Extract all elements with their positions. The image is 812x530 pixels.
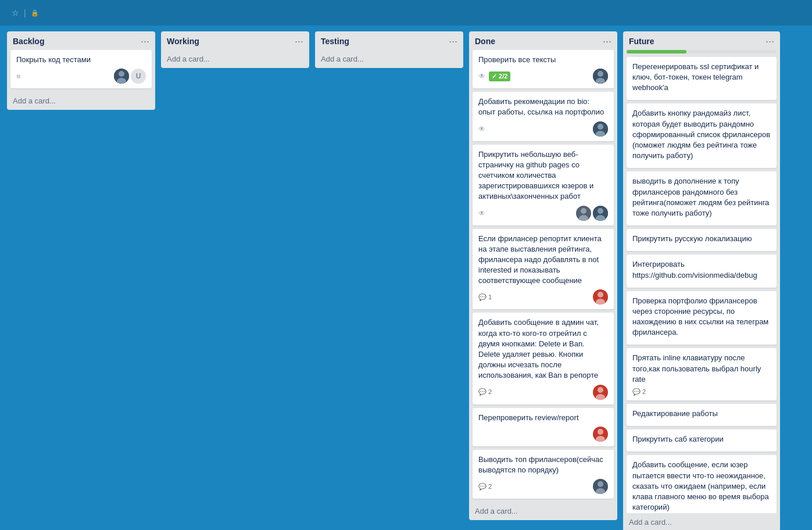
avatar[interactable] [593,479,608,494]
column-backlog: Backlog···Покрыть код тестами≡ UAdd a ca… [7,31,155,110]
column-header-working: Working··· [161,31,309,50]
privacy-indicator: 🔒 [31,9,41,17]
card-members [593,385,608,400]
card-f6[interactable]: Проверка портфолио фрилансеров через сто… [627,291,777,345]
card-d5[interactable]: Добавить сообщение в админ чат, когда кт… [473,313,614,404]
card-text: Редактирование работы [632,409,771,419]
card-text: Если фрилансер репортит клиента на этапе… [478,234,608,287]
card-f3[interactable]: выводить в дополнение к топу фрилансеров… [627,171,777,225]
card-badges: 👁 [478,125,485,133]
comment-badge: 💬 2 [478,483,492,490]
column-future: Future···Перегенерировать ssl сертификат… [623,31,780,530]
card-members [593,289,608,305]
column-menu-done[interactable]: ··· [603,36,611,46]
card-d2[interactable]: Добавить рекомендации по bio: опыт работ… [473,92,614,141]
card-text: Добавить кнопку рандомайз лист, которая … [632,108,771,161]
board: Backlog···Покрыть код тестами≡ UAdd a ca… [0,26,812,530]
card-f5[interactable]: Интегрировать https://github.com/visionm… [627,255,777,287]
column-cards-future: Перегенерировать ssl сертификат и ключ, … [623,57,780,513]
card-members [593,479,608,494]
add-card-button-working[interactable]: Add a card... [161,50,309,68]
card-f4[interactable]: Прикрутить русскую локализацию [627,229,777,251]
card-text: Проверить все тексты [478,55,608,65]
checklist-badge: ✓ 2/2 [489,71,510,81]
svg-point-7 [598,124,603,130]
card-text: Проверка портфолио фрилансеров через сто… [632,296,771,338]
card-badges: 💬 2 [478,483,492,490]
svg-point-10 [581,208,586,214]
card-d6[interactable]: Перепроверить review/report [473,408,614,446]
card-f8[interactable]: Редактирование работы [627,404,777,426]
add-card-button-future[interactable]: Add a card... [623,513,780,530]
card-text: Перегенерировать ssl сертификат и ключ, … [632,62,771,94]
card-b1[interactable]: Покрыть код тестами≡ U [10,50,152,88]
add-card-button-testing[interactable]: Add a card... [315,50,463,68]
card-members [593,69,608,84]
lock-icon: 🔒 [31,9,39,17]
card-footer: 💬 2 [478,479,608,494]
avatar[interactable] [593,206,608,221]
avatar[interactable]: U [131,69,146,84]
column-header-backlog: Backlog··· [7,31,155,50]
card-badges: 👁 [478,209,485,217]
card-d7[interactable]: Выводить топ фрилансеров(сейчас выводятс… [473,450,614,499]
card-f9[interactable]: Прикрутить саб категории [627,429,777,452]
column-done: Done···Проверить все тексты👁✓ 2/2 Добави… [469,31,617,520]
card-f7[interactable]: Прятать inline клавиатуру после того,как… [627,348,777,400]
card-d4[interactable]: Если фрилансер репортит клиента на этапе… [473,229,614,310]
column-title-testing: Testing [321,37,349,46]
column-header-testing: Testing··· [315,31,463,50]
svg-point-19 [598,387,603,393]
column-working: Working···Add a card... [161,31,309,68]
card-text: Покрыть код тестами [16,55,146,65]
avatar[interactable] [593,69,608,84]
card-text: Перепроверить review/report [478,413,608,423]
column-cards-backlog: Покрыть код тестами≡ U [7,50,155,92]
card-f10[interactable]: Добавить сообщение, если юзер пытается в… [627,455,777,513]
card-badges: 💬 1 [478,293,492,301]
card-text: Добавить сообщение, если юзер пытается в… [632,460,771,513]
card-text: Добавить рекомендации по bio: опыт работ… [478,96,608,117]
card-f1[interactable]: Перегенерировать ssl сертификат и ключ, … [627,57,777,101]
column-menu-future[interactable]: ··· [766,36,774,46]
svg-point-4 [598,71,603,77]
card-members [593,427,608,442]
column-cards-done: Проверить все тексты👁✓ 2/2 Добавить реко… [469,50,617,502]
card-f2[interactable]: Добавить кнопку рандомайз лист, которая … [627,103,777,168]
svg-point-22 [598,429,603,435]
avatar[interactable] [593,385,608,400]
comment-badge: 💬 1 [478,293,492,301]
progress-fill [627,50,686,53]
card-text: Прятать inline клавиатуру после того,как… [632,353,771,385]
column-menu-testing[interactable]: ··· [449,36,457,46]
card-members [576,206,608,221]
card-footer: 👁 [478,206,608,221]
column-menu-backlog[interactable]: ··· [141,36,149,46]
card-text: Добавить сообщение в админ чат, когда кт… [478,317,608,381]
card-footer: ≡ U [16,69,146,84]
avatar[interactable] [114,69,129,84]
column-title-backlog: Backlog [13,37,44,46]
watch-icon: 👁 [478,209,485,217]
card-members [593,121,608,137]
card-text: Выводить топ фрилансеров(сейчас выводятс… [478,454,608,475]
star-icon[interactable]: ☆ [12,8,19,17]
card-badges: ≡ [16,72,21,81]
column-title-working: Working [167,37,199,46]
svg-point-25 [598,481,603,487]
card-members: U [114,69,146,84]
header: ☆ | 🔒 [0,0,812,26]
comment-badge: 💬 2 [478,388,492,396]
add-card-button-done[interactable]: Add a card... [469,502,617,520]
svg-point-16 [598,292,603,298]
watch-icon: 👁 [478,72,485,80]
card-d1[interactable]: Проверить все тексты👁✓ 2/2 [473,50,614,88]
column-menu-working[interactable]: ··· [295,36,303,46]
avatar[interactable] [576,206,591,221]
avatar[interactable] [593,427,608,442]
add-card-button-backlog[interactable]: Add a card... [7,92,155,110]
avatar[interactable] [593,289,608,305]
avatar[interactable] [593,121,608,137]
card-footer: 💬 2 [478,385,608,400]
card-d3[interactable]: Прикрутить небольшую веб-страничку на gi… [473,145,614,225]
